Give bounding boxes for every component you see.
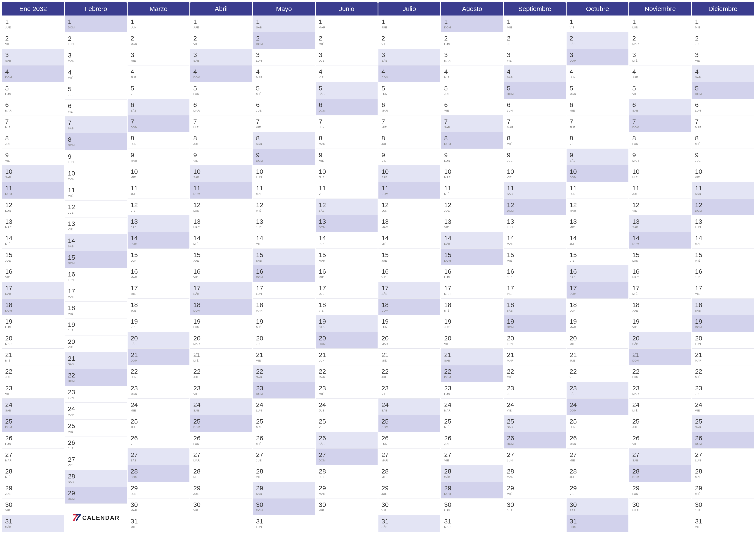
day-dow-label: VIE (319, 192, 375, 195)
day-cell: 21MIÉ (378, 349, 440, 365)
month-column: Septiembre1MIÉ2JUE3VIE4SÁB5DOM6LUN7MAR8M… (504, 2, 566, 532)
day-dow-label: DOM (507, 326, 563, 329)
day-number: 29 (256, 485, 312, 491)
day-cell: 20SÁB (127, 332, 189, 349)
day-cell: 12LUN (378, 199, 440, 215)
day-cell: 18DOM (190, 299, 252, 315)
day-dow-label: JUE (507, 159, 563, 162)
day-number: 2 (632, 35, 688, 41)
day-number: 28 (381, 468, 437, 474)
day-cell: 24DOM (567, 398, 629, 415)
month-column: Agosto1DOM2LUN3MAR4MIÉ5JUE6VIE7SÁB8DOM9L… (441, 2, 503, 532)
day-cell: 17DOM (567, 282, 629, 299)
day-cell: 3VIE (692, 49, 754, 65)
day-dow-label: DOM (695, 326, 751, 329)
day-number: 29 (68, 490, 124, 496)
day-dow-label: JUE (632, 76, 688, 79)
day-number: 26 (632, 435, 688, 442)
day-number: 23 (381, 385, 437, 392)
month-header: Julio (378, 2, 440, 15)
day-number: 17 (444, 285, 500, 291)
day-number: 19 (319, 318, 375, 325)
day-cell: 8VIE (567, 132, 629, 149)
day-number: 27 (68, 456, 124, 463)
day-number: 30 (695, 501, 751, 508)
day-cell: 9SÁB (567, 149, 629, 165)
day-cell: 6LUN (504, 99, 566, 115)
day-dow-label: MIÉ (570, 343, 625, 345)
day-dow-label: VIE (256, 242, 312, 245)
day-number: 6 (68, 103, 124, 109)
day-number: 10 (570, 168, 625, 175)
day-cell: 20MAR (190, 332, 252, 349)
day-dow-label: MIÉ (632, 409, 688, 412)
day-cell: 8JUE (2, 132, 64, 149)
day-number: 19 (444, 318, 500, 325)
day-cell: 9MAR (629, 149, 691, 165)
day-number: 25 (381, 418, 437, 425)
day-cell: 7DOM (629, 115, 691, 132)
day-number: 11 (193, 185, 249, 191)
day-cell: 16VIE (2, 265, 64, 282)
days-list: 1DOM2LUN3MAR4MIÉ5JUE6VIE7SÁB8DOM9LUN10MA… (441, 15, 503, 532)
day-number: 30 (632, 501, 688, 508)
day-cell: 21LUN (316, 349, 378, 365)
day-number: 12 (570, 202, 625, 208)
day-dow-label: MAR (381, 226, 437, 229)
day-number: 8 (695, 135, 751, 141)
day-dow-label: MIÉ (256, 92, 312, 96)
day-number: 22 (319, 368, 375, 375)
day-dow-label: JUE (256, 226, 312, 229)
day-cell: 27SÁB (629, 448, 691, 465)
day-cell: 29JUE (2, 482, 64, 498)
day-cell: 13DOM (316, 215, 378, 232)
day-number: 23 (256, 385, 312, 392)
day-cell: 8DOM (65, 133, 127, 150)
day-cell: 16LUN (65, 268, 127, 285)
day-dow-label: MIÉ (319, 276, 375, 279)
day-dow-label: DOM (570, 409, 625, 412)
day-cell: 19DOM (504, 315, 566, 332)
day-cell: 5LUN (190, 82, 252, 99)
day-cell: 30DOM (253, 498, 315, 515)
day-dow-label: JUE (444, 326, 500, 329)
day-cell: 28MIÉ (2, 465, 64, 482)
day-number: 15 (5, 252, 61, 258)
day-number: 8 (68, 136, 124, 143)
day-cell: 15JUE (2, 249, 64, 265)
day-number: 13 (381, 218, 437, 225)
day-dow-label: VIE (68, 110, 124, 113)
day-number: 18 (193, 302, 249, 308)
day-number: 24 (570, 402, 625, 408)
day-cell: 3JUE (316, 49, 378, 65)
day-cell: 29JUE (190, 482, 252, 498)
day-number: 27 (570, 451, 625, 458)
day-cell: 15JUE (378, 249, 440, 265)
days-list: 1LUN2MAR3MIÉ4JUE5VIE6SÁB7DOM8LUN9MAR10MI… (127, 15, 189, 532)
day-number: 21 (193, 352, 249, 358)
day-dow-label: JUE (5, 142, 61, 145)
day-cell: 10SÁB (378, 165, 440, 182)
day-number: 13 (5, 218, 61, 225)
day-dow-label: DOM (381, 425, 437, 429)
day-number: 28 (570, 468, 625, 474)
day-dow-label: JUE (68, 447, 124, 450)
day-dow-label: MIÉ (507, 142, 563, 145)
day-number: 5 (319, 85, 375, 91)
day-number: 26 (193, 435, 249, 442)
day-dow-label: LUN (131, 26, 186, 29)
day-cell: 28LUN (316, 465, 378, 482)
day-cell: 1DOM (441, 15, 503, 32)
day-cell: 2VIE (190, 32, 252, 49)
day-cell: 27VIE (441, 448, 503, 465)
day-number: 26 (5, 435, 61, 442)
day-cell: 11VIE (316, 182, 378, 199)
day-dow-label: DOM (381, 309, 437, 312)
day-cell: 5DOM (692, 82, 754, 99)
month-header: Abril (190, 2, 252, 15)
day-dow-label: VIE (632, 209, 688, 212)
day-cell: 2MAR (127, 32, 189, 49)
day-cell: 21JUE (567, 349, 629, 365)
day-number: 9 (570, 152, 625, 158)
day-number: 14 (570, 235, 625, 242)
